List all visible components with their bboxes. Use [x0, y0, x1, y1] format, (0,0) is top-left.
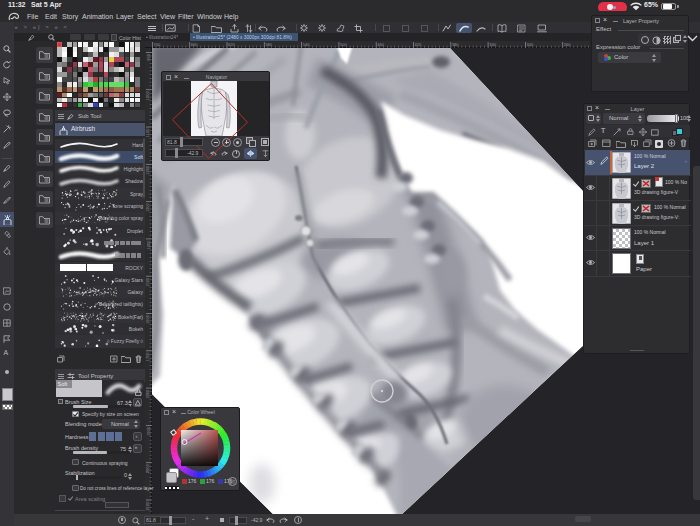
svg-text:1700: 1700: [146, 352, 151, 362]
svg-text:1800: 1800: [146, 389, 151, 399]
svg-text:1100: 1100: [146, 128, 151, 137]
svg-text:1300: 1300: [146, 202, 151, 212]
svg-text:2100: 2100: [146, 501, 151, 511]
svg-text:1900: 1900: [146, 426, 151, 436]
svg-text:1500: 1500: [146, 277, 151, 287]
svg-text:1200: 1200: [146, 165, 151, 175]
svg-text:1600: 1600: [146, 314, 151, 324]
svg-text:2000: 2000: [146, 464, 151, 474]
svg-text:1000: 1000: [146, 91, 151, 101]
svg-text:1400: 1400: [146, 240, 151, 250]
